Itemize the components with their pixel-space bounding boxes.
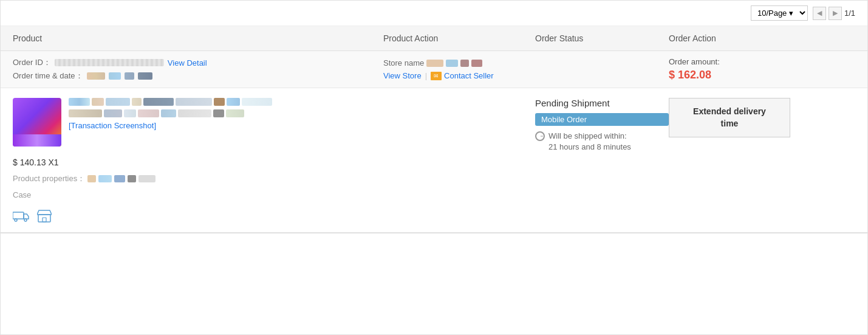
svg-point-2 [24,219,27,221]
page-wrapper: 10/Page ▾ 20/Page 50/Page ◀ ▶ 1/1 Produc… [0,0,868,335]
product-name-b2 [92,98,104,106]
product-name-b6 [176,98,212,106]
order-status-cell: Pending Shipment Mobile Order Will be sh… [535,98,669,153]
store-actions: View Store | ✉ Contact Seller [383,71,535,80]
product-properties: Product properties： [13,173,383,184]
contact-seller-button[interactable]: ✉ Contact Seller [431,71,494,80]
order-date-block3 [125,72,134,80]
product-name-b16 [213,109,224,117]
product-name-b14 [161,109,176,117]
svg-rect-3 [38,215,50,222]
column-header-product-action: Product Action [383,33,535,43]
order-amount-label: Order amount: [669,57,855,66]
order-date-block1 [87,72,105,80]
product-name-b8 [227,98,240,106]
transaction-screenshot: [Transaction Screenshot] [69,121,383,130]
store-name-line: Store name [383,58,535,67]
product-name-b3 [106,98,130,106]
order-id-label: Order ID： [13,57,51,68]
prop-b2 [98,175,112,182]
store-name-block2 [446,60,458,67]
order-id-cell: Order ID： View Detail Order time & date： [13,57,383,81]
email-icon: ✉ [431,72,442,80]
column-header-order-action: Order Action [669,33,855,43]
product-icons [13,209,383,223]
order-amount-value: $ 162.08 [669,69,855,81]
pending-shipment-label: Pending Shipment [535,98,669,108]
svg-rect-4 [43,218,46,222]
order-time-label: Order time & date： [13,71,83,81]
order-amount-cell: Order amount: $ 162.08 [669,57,855,81]
order-id-value [55,59,164,66]
product-name-b1 [69,98,90,106]
ship-time-value: 21 hours and 8 minutes [548,142,631,151]
product-image [13,98,61,147]
store-cell: Store name View Store | ✉ Contact Seller [383,58,535,80]
svg-rect-0 [13,212,24,219]
product-name-b17 [226,109,244,117]
store-name-label: Store name [383,58,424,67]
product-case: Case [13,190,383,199]
product-name-b5 [143,98,174,106]
truck-icon[interactable] [13,209,30,223]
order-date-block2 [109,72,121,80]
ship-time-label: Will be shipped within: [548,131,627,140]
mobile-order-badge: Mobile Order [535,113,669,126]
prop-b1 [87,175,96,182]
contact-seller-label: Contact Seller [444,71,494,80]
extended-delivery-line2: time [721,119,739,128]
page-info: 1/1 [844,9,855,18]
store-name-block1 [426,60,443,67]
prop-b5 [138,175,155,182]
prev-page-button[interactable]: ◀ [813,7,826,20]
table-header: Product Product Action Order Status Orde… [1,26,867,51]
product-price: $ 140.13 X1 [13,157,383,167]
store-name-block3 [460,60,469,67]
pagination-nav: ◀ ▶ 1/1 [813,7,855,20]
product-details: [Transaction Screenshot] [69,98,383,130]
product-name-b4 [132,98,142,106]
store-name-block4 [471,60,482,67]
svg-point-1 [15,219,17,221]
product-name-b7 [214,98,225,106]
order-time-line: Order time & date： [13,71,383,81]
order-action-cell: Extended delivery time [669,98,855,137]
pagination-row: 10/Page ▾ 20/Page 50/Page ◀ ▶ 1/1 [1,1,867,26]
product-name-b11 [104,109,122,117]
extended-delivery-line1: Extended delivery [693,106,766,116]
view-detail-link[interactable]: View Detail [168,58,207,67]
view-store-link[interactable]: View Store [383,71,422,80]
product-row: [Transaction Screenshot] $ 140.13 X1 Pro… [1,88,867,233]
prop-b4 [128,175,136,182]
extended-delivery-button[interactable]: Extended delivery time [669,98,790,137]
product-name-b12 [124,109,136,117]
product-name-b13 [138,109,159,117]
store-separator: | [425,71,427,80]
properties-label: Product properties： [13,173,85,184]
column-header-order-status: Order Status [535,33,669,43]
order-info-row: Order ID： View Detail Order time & date：… [1,51,867,88]
prop-b3 [114,175,125,182]
ship-time: Will be shipped within: 21 hours and 8 m… [535,131,669,153]
next-page-button[interactable]: ▶ [829,7,842,20]
clock-icon [535,131,545,141]
store-icon[interactable] [36,209,53,223]
product-name-b15 [178,109,211,117]
product-name-b9 [242,98,272,106]
product-cell: [Transaction Screenshot] $ 140.13 X1 Pro… [13,98,383,223]
order-date-block4 [138,72,152,80]
order-id-line: Order ID： View Detail [13,57,383,68]
page-size-select[interactable]: 10/Page ▾ 20/Page 50/Page [751,5,808,21]
product-name-b10 [69,109,102,117]
product-main: [Transaction Screenshot] [13,98,383,147]
column-header-product: Product [13,33,383,43]
